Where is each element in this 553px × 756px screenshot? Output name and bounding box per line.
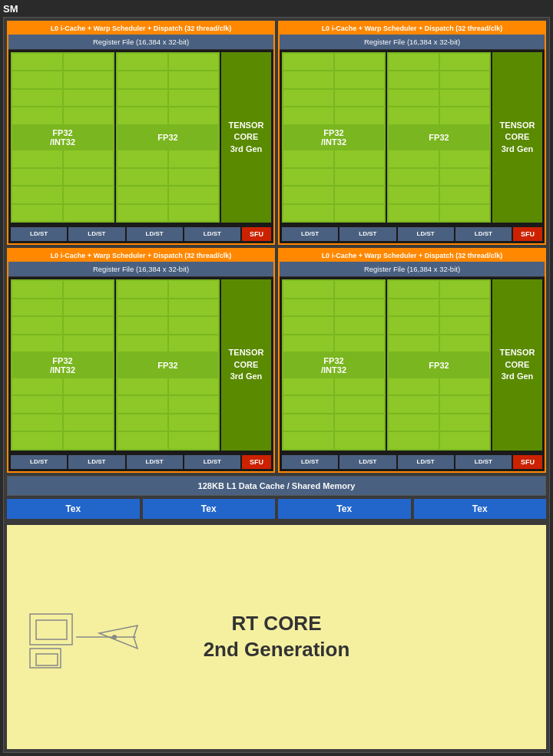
tensor-label-bl: TENSORCORE3rd Gen	[229, 347, 264, 382]
l1-cache-bar: 128KB L1 Data Cache / Shared Memory	[7, 476, 546, 496]
sm-label: SM	[3, 3, 550, 15]
rt-core-block: RT CORE 2nd Generation	[7, 525, 546, 749]
fp32-int32-label-bl: FP32/INT32	[50, 356, 75, 375]
tensor-label-br: TENSORCORE3rd Gen	[500, 347, 535, 382]
cores-area-bl: FP32/INT32	[8, 277, 273, 452]
register-file-tr: Register File (16,384 x 32-bit)	[280, 35, 545, 50]
ldst2-br: LD/ST	[339, 455, 396, 469]
svg-rect-1	[36, 620, 67, 639]
ldst4-br: LD/ST	[455, 455, 512, 469]
tex-unit-3: Tex	[278, 499, 411, 519]
ldst3-bl: LD/ST	[127, 455, 183, 469]
register-file-bl: Register File (16,384 x 32-bit)	[8, 262, 273, 277]
ldst2-bl: LD/ST	[68, 455, 124, 469]
sfu-tl: SFU	[242, 227, 271, 241]
tex-unit-1: Tex	[7, 499, 140, 519]
l0-header-tr: L0 i-Cache + Warp Scheduler + Dispatch (…	[280, 22, 545, 35]
register-file-tl: Register File (16,384 x 32-bit)	[8, 35, 273, 50]
ldst3-tr: LD/ST	[398, 227, 454, 241]
sub-partition-top-left: L0 i-Cache + Warp Scheduler + Dispatch (…	[7, 21, 275, 245]
ldst1-br: LD/ST	[282, 455, 338, 469]
fp32-int32-label-tr: FP32/INT32	[321, 128, 346, 147]
cores-area-br: FP32/INT32	[280, 277, 545, 452]
sfu-tr: SFU	[513, 227, 542, 241]
bottom-row-tr: LD/ST LD/ST LD/ST LD/ST SFU	[280, 225, 545, 243]
fp32-label-tl: FP32	[157, 133, 177, 142]
sm-container: SM L0 i-Cache + Warp Scheduler + Dispatc…	[0, 0, 553, 756]
fp32-label-bl: FP32	[157, 361, 177, 370]
ldst4-bl: LD/ST	[184, 455, 240, 469]
ldst3-tl: LD/ST	[127, 227, 183, 241]
svg-rect-3	[36, 654, 58, 665]
register-file-br: Register File (16,384 x 32-bit)	[280, 262, 545, 277]
tex-unit-4: Tex	[414, 499, 547, 519]
bottom-row-br: LD/ST LD/ST LD/ST LD/ST SFU	[280, 453, 545, 471]
fp32-int32-label-tl: FP32/INT32	[50, 128, 75, 147]
ldst2-tl: LD/ST	[68, 227, 124, 241]
l0-header-tl: L0 i-Cache + Warp Scheduler + Dispatch (…	[8, 22, 273, 35]
fp32-int32-label-br: FP32/INT32	[321, 356, 346, 375]
ldst4-tr: LD/ST	[455, 227, 512, 241]
l0-header-br: L0 i-Cache + Warp Scheduler + Dispatch (…	[280, 249, 545, 262]
sm-inner: L0 i-Cache + Warp Scheduler + Dispatch (…	[3, 17, 550, 753]
rt-core-text: RT CORE 2nd Generation	[204, 611, 350, 663]
bottom-row-bl: LD/ST LD/ST LD/ST LD/ST SFU	[8, 453, 273, 471]
top-sub-partitions-row: L0 i-Cache + Warp Scheduler + Dispatch (…	[7, 21, 546, 245]
rt-core-line2: 2nd Generation	[204, 637, 350, 663]
sub-partition-top-right: L0 i-Cache + Warp Scheduler + Dispatch (…	[278, 21, 546, 245]
cores-area-tr: FP32/INT32	[280, 50, 545, 225]
tex-unit-2: Tex	[143, 499, 276, 519]
ldst2-tr: LD/ST	[339, 227, 396, 241]
cores-area-tl: FP32/INT32	[8, 50, 273, 225]
ldst1-tr: LD/ST	[282, 227, 338, 241]
rt-core-line1: RT CORE	[204, 611, 350, 637]
ldst1-bl: LD/ST	[11, 455, 67, 469]
tensor-label-tl: TENSORCORE3rd Gen	[229, 120, 264, 155]
sub-partition-bottom-left: L0 i-Cache + Warp Scheduler + Dispatch (…	[7, 248, 275, 472]
bottom-row-tl: LD/ST LD/ST LD/ST LD/ST SFU	[8, 225, 273, 243]
fp32-label-tr: FP32	[429, 133, 449, 142]
bottom-sub-partitions-row: L0 i-Cache + Warp Scheduler + Dispatch (…	[7, 248, 546, 472]
l0-header-bl: L0 i-Cache + Warp Scheduler + Dispatch (…	[8, 249, 273, 262]
ldst4-tl: LD/ST	[184, 227, 240, 241]
sub-partition-bottom-right: L0 i-Cache + Warp Scheduler + Dispatch (…	[278, 248, 546, 472]
tex-row: Tex Tex Tex Tex	[7, 499, 546, 519]
fp32-label-br: FP32	[429, 361, 449, 370]
rt-core-icon	[22, 599, 145, 675]
sfu-br: SFU	[513, 455, 542, 469]
ldst1-tl: LD/ST	[11, 227, 67, 241]
sfu-bl: SFU	[242, 455, 271, 469]
tensor-label-tr: TENSORCORE3rd Gen	[500, 120, 535, 155]
ldst3-br: LD/ST	[398, 455, 454, 469]
